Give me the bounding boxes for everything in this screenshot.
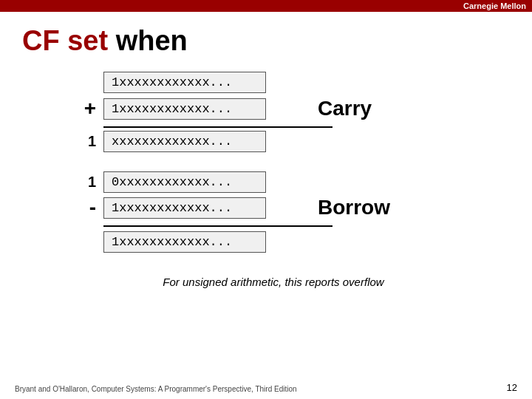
addition-num1-box: 1xxxxxxxxxxxx... bbox=[103, 72, 266, 93]
title-when: when bbox=[116, 25, 188, 56]
addition-result-box: xxxxxxxxxxxxx... bbox=[103, 131, 266, 152]
addition-divider bbox=[103, 126, 332, 128]
addition-result-row: 1 xxxxxxxxxxxxx... bbox=[66, 131, 510, 152]
addition-num2-box: 1xxxxxxxxxxxx... bbox=[103, 98, 266, 120]
subtraction-num2-box: 1xxxxxxxxxxxx... bbox=[103, 197, 266, 219]
subtraction-row2: - 1xxxxxxxxxxxx... Borrow bbox=[66, 196, 510, 219]
title-cf: CF bbox=[22, 25, 60, 56]
university-label: Carnegie Mellon bbox=[463, 1, 526, 10]
subtraction-section: 1 0xxxxxxxxxxxx... - 1xxxxxxxxxxxx... Bo… bbox=[66, 171, 510, 256]
main-content: CF set when 1xxxxxxxxxxxx... + 1xxxxxxxx… bbox=[0, 12, 532, 296]
diagram: 1xxxxxxxxxxxx... + 1xxxxxxxxxxxx... Carr… bbox=[22, 70, 510, 288]
top-bar: Carnegie Mellon bbox=[0, 0, 532, 12]
title-set: set bbox=[67, 25, 108, 56]
minus-operator: - bbox=[66, 196, 96, 219]
subtraction-blank-op: 1 bbox=[66, 174, 96, 191]
addition-blank-op bbox=[66, 70, 96, 94]
plus-operator: + bbox=[66, 97, 96, 120]
subtraction-result-prefix bbox=[66, 230, 96, 253]
footer-note: For unsigned arithmetic, this reports ov… bbox=[59, 276, 488, 288]
addition-result-prefix: 1 bbox=[66, 133, 96, 150]
borrow-label: Borrow bbox=[318, 196, 390, 219]
subtraction-row1: 1 0xxxxxxxxxxxx... bbox=[66, 171, 510, 193]
subtraction-result-row: 1xxxxxxxxxxxx... bbox=[66, 230, 510, 253]
addition-row1: 1xxxxxxxxxxxx... bbox=[66, 70, 510, 94]
page-title: CF set when bbox=[22, 25, 510, 57]
footer-page: 12 bbox=[507, 382, 517, 393]
carry-label: Carry bbox=[318, 97, 372, 120]
subtraction-num1-box: 0xxxxxxxxxxxx... bbox=[103, 171, 266, 193]
subtraction-result-box: 1xxxxxxxxxxxx... bbox=[103, 231, 266, 253]
addition-row2: + 1xxxxxxxxxxxx... Carry bbox=[66, 97, 510, 120]
addition-section: 1xxxxxxxxxxxx... + 1xxxxxxxxxxxx... Carr… bbox=[66, 70, 510, 155]
subtraction-divider bbox=[103, 225, 332, 227]
footer-citation: Bryant and O'Hallaron, Computer Systems:… bbox=[15, 385, 297, 393]
